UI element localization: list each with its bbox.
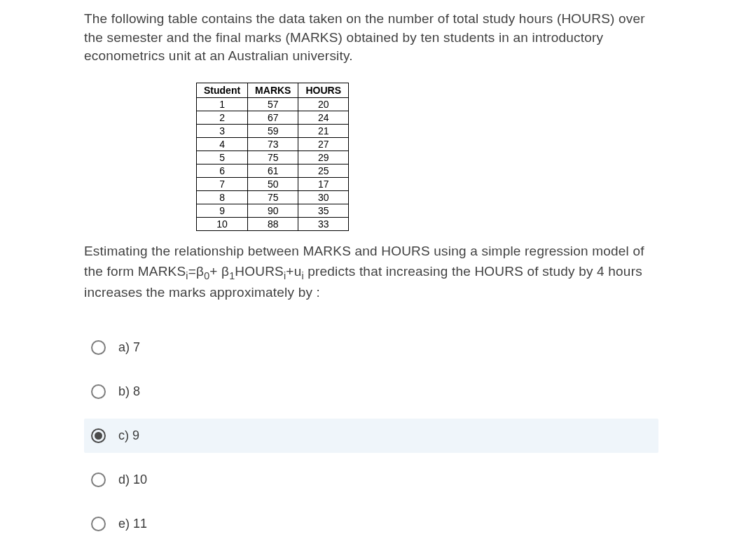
table-row: 15720	[197, 97, 349, 111]
table-cell: 17	[298, 177, 349, 190]
table-cell: 88	[248, 217, 298, 230]
table-cell: 29	[298, 150, 349, 164]
table-cell: 1	[197, 97, 248, 111]
option-label: d) 10	[118, 472, 147, 487]
table-cell: 59	[248, 124, 298, 137]
answer-option[interactable]: a) 7	[84, 330, 658, 365]
answer-option[interactable]: c) 9	[84, 419, 658, 453]
table-cell: 90	[248, 204, 298, 217]
table-header: Student	[197, 83, 248, 97]
answer-option[interactable]: b) 8	[84, 374, 658, 409]
table-cell: 75	[248, 150, 298, 164]
option-label: a) 7	[118, 340, 140, 355]
table-cell: 10	[197, 217, 248, 230]
radio-icon[interactable]	[91, 517, 106, 531]
table-cell: 61	[248, 164, 298, 177]
table-cell: 4	[197, 137, 248, 150]
radio-dot-icon	[95, 432, 102, 440]
table-header: MARKS	[248, 83, 298, 97]
answer-option[interactable]: d) 10	[84, 463, 658, 497]
table-cell: 2	[197, 111, 248, 124]
table-cell: 75	[248, 190, 298, 204]
table-cell: 67	[248, 111, 298, 124]
radio-icon[interactable]	[91, 472, 106, 487]
table-row: 87530	[197, 190, 349, 204]
table-cell: 27	[298, 137, 349, 150]
table-row: 26724	[197, 111, 349, 124]
table-row: 99035	[197, 204, 349, 217]
radio-icon[interactable]	[91, 428, 106, 443]
table-row: 75017	[197, 177, 349, 190]
table-row: 57529	[197, 150, 349, 164]
table-cell: 6	[197, 164, 248, 177]
radio-icon[interactable]	[91, 340, 106, 355]
table-cell: 9	[197, 204, 248, 217]
table-cell: 73	[248, 137, 298, 150]
table-cell: 50	[248, 177, 298, 190]
table-header-row: Student MARKS HOURS	[197, 83, 349, 97]
table-cell: 30	[298, 190, 349, 204]
table-row: 108833	[197, 217, 349, 230]
table-row: 66125	[197, 164, 349, 177]
answer-options: a) 7b) 8c) 9d) 10e) 11	[84, 330, 658, 541]
question-text: Estimating the relationship between MARK…	[84, 241, 658, 302]
table-row: 35921	[197, 124, 349, 137]
answer-option[interactable]: e) 11	[84, 507, 658, 541]
table-cell: 20	[298, 97, 349, 111]
option-label: e) 11	[118, 517, 147, 531]
table-cell: 7	[197, 177, 248, 190]
table-cell: 5	[197, 150, 248, 164]
table-row: 47327	[197, 137, 349, 150]
option-label: c) 9	[118, 428, 139, 443]
table-cell: 3	[197, 124, 248, 137]
data-table: Student MARKS HOURS 15720267243592147327…	[196, 83, 349, 231]
table-cell: 33	[298, 217, 349, 230]
table-cell: 21	[298, 124, 349, 137]
table-cell: 8	[197, 190, 248, 204]
option-label: b) 8	[118, 384, 140, 399]
table-cell: 57	[248, 97, 298, 111]
intro-text: The following table contains the data ta…	[84, 10, 658, 66]
table-header: HOURS	[298, 83, 349, 97]
radio-icon[interactable]	[91, 384, 106, 399]
table-cell: 25	[298, 164, 349, 177]
table-cell: 24	[298, 111, 349, 124]
table-cell: 35	[298, 204, 349, 217]
